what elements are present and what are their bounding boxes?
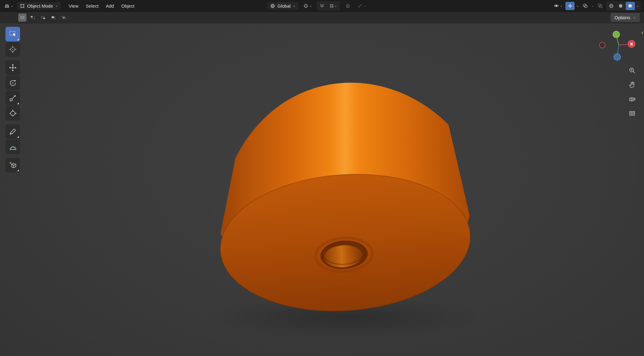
select-box-icon: [9, 30, 17, 38]
wireframe-sphere-icon: [609, 3, 614, 9]
select-mode-subtract[interactable]: [39, 13, 47, 22]
header-right: ⌄ ⌄ ⌄: [552, 0, 641, 12]
mode-selector[interactable]: Object Mode ⌄: [17, 2, 61, 10]
shading-mode-group: ⌄: [606, 1, 641, 11]
chevron-down-icon[interactable]: ⌄: [635, 4, 640, 7]
header-bar: ⌄ Object Mode ⌄ View Select Add Object: [0, 0, 644, 12]
pivot-point-selector[interactable]: ⌄: [302, 2, 313, 9]
proportional-circle-icon: [345, 3, 350, 9]
add-cube-icon: [9, 161, 17, 169]
select-mode-new[interactable]: [18, 13, 26, 22]
subtool-indicator: [17, 38, 19, 40]
show-overlays-toggle[interactable]: [581, 2, 590, 10]
select-mode-intersect[interactable]: [60, 13, 68, 22]
camera-icon: [628, 94, 636, 104]
options-dropdown[interactable]: Options ⌄: [611, 13, 640, 22]
select-subtract-icon: [41, 15, 45, 20]
axis-y-handle[interactable]: [613, 31, 620, 38]
globe-orientation-icon: [270, 3, 275, 9]
tool-rotate[interactable]: [5, 76, 20, 90]
gizmo-icon: [568, 3, 573, 9]
subtool-indicator: [17, 102, 19, 104]
chevron-down-icon: ⌄: [309, 4, 312, 7]
chevron-down-icon: ⌄: [55, 4, 58, 7]
overlays-icon: [582, 3, 588, 9]
menu-view[interactable]: View: [65, 2, 82, 10]
orientation-label: Global: [277, 3, 290, 9]
proportional-editing-toggle[interactable]: [343, 2, 353, 10]
snap-target-selector[interactable]: ⌄: [327, 2, 339, 10]
pan-button[interactable]: [627, 79, 638, 90]
tool-annotate[interactable]: [5, 124, 20, 139]
annotate-pen-icon: [9, 127, 17, 136]
axis-minus-x-handle[interactable]: [600, 42, 605, 48]
magnet-icon: [319, 3, 325, 9]
snap-increment-icon: [329, 3, 334, 9]
menu-select[interactable]: Select: [82, 2, 102, 10]
viewport-editor-icon: [4, 3, 10, 9]
header-left: ⌄ Object Mode ⌄ View Select Add Object: [3, 2, 138, 10]
chevron-down-icon: ⌄: [11, 4, 13, 7]
tool-transform[interactable]: [5, 106, 20, 121]
measure-protractor-icon: [9, 143, 17, 151]
scene-orange-cylinder: [0, 23, 644, 356]
zoom-button[interactable]: [627, 65, 638, 76]
options-label: Options: [614, 15, 630, 20]
xray-toggle[interactable]: [596, 2, 605, 10]
sidebar-collapse-arrow[interactable]: ‹: [641, 29, 644, 36]
editor-type-selector[interactable]: ⌄: [3, 2, 15, 9]
shading-wireframe-button[interactable]: [607, 2, 616, 10]
solid-sphere-icon: [618, 3, 623, 9]
tool-scale[interactable]: [5, 91, 20, 105]
eye-icon: [554, 3, 559, 9]
chevron-down-icon: ⌄: [334, 4, 337, 7]
tool-measure[interactable]: [5, 140, 20, 154]
cursor-icon: [9, 45, 17, 54]
menu-add[interactable]: Add: [102, 2, 118, 10]
axis-z-handle[interactable]: [614, 54, 621, 60]
mode-selector-label: Object Mode: [27, 3, 53, 9]
tool-move[interactable]: [5, 60, 20, 75]
select-invert-icon: [51, 15, 56, 20]
chevron-down-icon: ⌄: [364, 4, 366, 7]
object-mode-icon: [20, 3, 25, 9]
chevron-down-icon[interactable]: ⌄: [591, 4, 594, 7]
perspective-toggle-button[interactable]: [627, 108, 638, 119]
rotate-icon: [9, 79, 17, 87]
shading-material-button[interactable]: [626, 2, 635, 10]
chevron-down-icon[interactable]: ⌄: [576, 4, 579, 7]
navigation-axis-gizmo[interactable]: X: [597, 26, 640, 64]
viewport-3d[interactable]: X: [0, 23, 644, 356]
camera-view-button[interactable]: [627, 94, 638, 105]
hand-icon: [628, 80, 636, 89]
orientation-selector[interactable]: Global ⌄: [267, 2, 298, 10]
header-center: Global ⌄ ⌄: [267, 0, 368, 12]
move-icon: [9, 63, 17, 72]
select-extend-icon: [30, 15, 35, 20]
show-gizmo-toggle[interactable]: [565, 2, 575, 10]
tool-select-box[interactable]: [5, 27, 20, 41]
header-menus: View Select Add Object: [65, 2, 138, 10]
subtool-indicator: [17, 169, 19, 171]
snap-toggle[interactable]: [318, 2, 327, 10]
scale-icon: [9, 94, 17, 102]
select-mode-extend[interactable]: [29, 13, 37, 22]
select-mode-invert[interactable]: [49, 13, 58, 22]
select-intersect-icon: [62, 15, 66, 20]
grid-perspective-icon: [628, 109, 636, 118]
tool-cursor[interactable]: [5, 42, 20, 57]
material-sphere-icon: [628, 3, 633, 9]
menu-object[interactable]: Object: [118, 2, 138, 10]
tool-settings-bar: Options ⌄: [0, 12, 644, 23]
falloff-selector[interactable]: ⌄: [356, 2, 368, 9]
select-new-icon: [20, 15, 25, 20]
falloff-curve-icon: [357, 3, 363, 9]
tool-add-cube[interactable]: [5, 158, 20, 173]
object-visibility-selector[interactable]: ⌄: [552, 2, 564, 9]
shading-solid-button[interactable]: [616, 2, 625, 10]
transform-icon: [9, 109, 17, 118]
select-mode-group: [18, 13, 68, 22]
subtool-indicator: [17, 136, 19, 138]
axis-x-label: X: [630, 42, 633, 46]
chevron-down-icon: ⌄: [633, 16, 636, 19]
